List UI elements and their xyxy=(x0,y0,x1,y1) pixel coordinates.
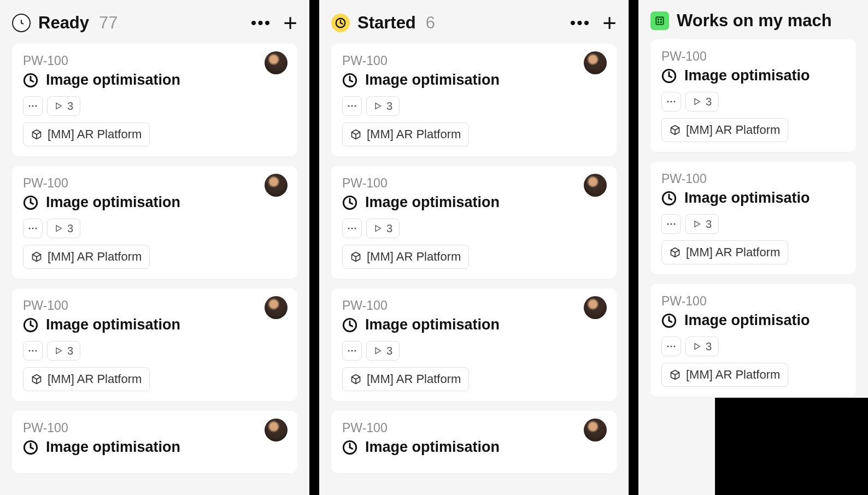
issue-card[interactable]: PW-100 Image optimisation 3 [MM] AR Plat… xyxy=(12,288,297,401)
issue-card[interactable]: PW-100 Image optimisation 3 xyxy=(12,44,297,156)
svg-point-44 xyxy=(351,227,353,229)
more-badge[interactable] xyxy=(23,219,43,238)
project-tag[interactable]: [MM] AR Platform xyxy=(661,240,788,264)
svg-point-68 xyxy=(670,101,672,102)
subtask-badge[interactable]: 3 xyxy=(685,92,719,111)
svg-marker-70 xyxy=(695,99,700,105)
subtask-badge[interactable]: 3 xyxy=(47,219,80,238)
clock-icon xyxy=(661,313,677,328)
issue-id: PW-100 xyxy=(342,421,606,435)
svg-point-61 xyxy=(661,19,662,20)
assignee-avatar[interactable] xyxy=(584,174,607,197)
project-tag-label: [MM] AR Platform xyxy=(686,368,780,382)
svg-marker-86 xyxy=(695,344,700,350)
assignee-avatar[interactable] xyxy=(265,419,288,441)
issue-card[interactable]: PW-100 Image optimisatio 3 [MM] AR Platf… xyxy=(650,284,856,397)
subtask-badge[interactable]: 3 xyxy=(685,337,719,356)
issue-card[interactable]: PW-100 Image optimisation 3 [MM] AR Plat… xyxy=(331,44,617,156)
project-tag[interactable]: [MM] AR Platform xyxy=(661,118,788,142)
svg-point-37 xyxy=(354,105,356,107)
subtask-badge[interactable]: 3 xyxy=(366,341,400,361)
project-tag-label: [MM] AR Platform xyxy=(686,123,780,137)
issue-card[interactable]: PW-100 Image optimisatio 3 [MM] AR Platf… xyxy=(650,162,856,274)
project-tag[interactable]: [MM] AR Platform xyxy=(342,367,469,391)
project-tag[interactable]: [MM] AR Platform xyxy=(342,122,469,146)
svg-marker-16 xyxy=(56,226,61,232)
more-badge[interactable] xyxy=(342,219,362,238)
column-menu-button[interactable]: ••• xyxy=(251,15,272,31)
issue-id: PW-100 xyxy=(661,172,845,186)
issue-title: Image optimisatio xyxy=(684,67,810,84)
svg-point-62 xyxy=(658,22,659,23)
column-menu-button[interactable]: ••• xyxy=(570,15,591,31)
more-badge[interactable] xyxy=(661,337,681,356)
svg-point-45 xyxy=(354,227,356,229)
column-works-on-my-machine: Works on my mach PW-100 Image optimisati… xyxy=(638,0,868,495)
subtask-badge[interactable]: 3 xyxy=(685,214,719,234)
more-badge[interactable] xyxy=(661,214,681,234)
assignee-avatar[interactable] xyxy=(265,51,288,74)
svg-point-75 xyxy=(667,223,668,225)
column-title: Works on my mach xyxy=(677,11,832,31)
issue-card[interactable]: PW-100 Image optimisation xyxy=(12,411,297,473)
project-tag[interactable]: [MM] AR Platform xyxy=(23,122,150,146)
more-badge[interactable] xyxy=(342,96,362,116)
subtask-count: 3 xyxy=(386,222,392,235)
svg-point-36 xyxy=(351,105,353,107)
add-card-button[interactable]: + xyxy=(283,11,297,35)
clock-icon xyxy=(342,73,357,88)
more-badge[interactable] xyxy=(661,92,681,111)
subtask-badge[interactable]: 3 xyxy=(366,96,400,116)
subtask-badge[interactable]: 3 xyxy=(47,341,80,361)
assignee-avatar[interactable] xyxy=(584,419,607,441)
subtask-badge[interactable]: 3 xyxy=(366,219,400,238)
more-badge[interactable] xyxy=(23,341,43,361)
more-badge[interactable] xyxy=(342,341,362,361)
svg-line-74 xyxy=(669,198,672,199)
assignee-avatar[interactable] xyxy=(584,51,607,74)
svg-point-52 xyxy=(351,350,353,351)
project-tag-label: [MM] AR Platform xyxy=(48,372,142,386)
project-tag[interactable]: [MM] AR Platform xyxy=(661,363,788,387)
issue-id: PW-100 xyxy=(23,298,286,313)
issue-card[interactable]: PW-100 Image optimisation 3 [MM] AR Plat… xyxy=(12,166,297,279)
issue-card[interactable]: PW-100 Image optimisation xyxy=(331,411,617,473)
assignee-avatar[interactable] xyxy=(265,174,288,197)
kanban-board: Ready 77 ••• + PW-100 Image optimisation xyxy=(0,0,868,495)
issue-id: PW-100 xyxy=(661,294,845,309)
issue-id: PW-100 xyxy=(23,54,286,68)
svg-line-31 xyxy=(341,23,343,24)
subtask-badge[interactable]: 3 xyxy=(47,96,80,116)
issue-card[interactable]: PW-100 Image optimisatio 3 [MM] AR Platf… xyxy=(650,39,856,152)
issue-card[interactable]: PW-100 Image optimisation 3 [MM] AR Plat… xyxy=(331,166,617,279)
assignee-avatar[interactable] xyxy=(265,296,288,319)
project-tag-label: [MM] AR Platform xyxy=(367,127,461,142)
clock-icon xyxy=(23,440,38,455)
more-badge[interactable] xyxy=(23,96,43,116)
clock-icon xyxy=(342,195,357,210)
issue-card[interactable]: PW-100 Image optimisation 3 [MM] AR Plat… xyxy=(331,288,617,401)
project-tag[interactable]: [MM] AR Platform xyxy=(23,367,150,391)
assignee-avatar[interactable] xyxy=(584,296,607,319)
subtask-count: 3 xyxy=(706,96,712,108)
add-card-button[interactable]: + xyxy=(602,11,617,35)
svg-point-43 xyxy=(348,227,349,229)
clock-icon xyxy=(342,317,357,333)
issue-id: PW-100 xyxy=(342,176,606,191)
project-tag-label: [MM] AR Platform xyxy=(367,372,461,386)
clock-icon xyxy=(23,73,38,88)
svg-point-6 xyxy=(32,105,33,107)
status-started-icon xyxy=(331,14,350,32)
issue-title: Image optimisation xyxy=(46,316,180,333)
card-list: PW-100 Image optimisation 3 xyxy=(0,40,309,485)
svg-point-85 xyxy=(673,345,675,347)
issue-title: Image optimisation xyxy=(46,439,180,456)
svg-point-83 xyxy=(667,345,668,347)
project-tag[interactable]: [MM] AR Platform xyxy=(342,245,469,269)
column-title: Ready xyxy=(38,13,89,33)
project-tag[interactable]: [MM] AR Platform xyxy=(23,245,150,269)
svg-line-1 xyxy=(21,23,23,24)
subtask-count: 3 xyxy=(67,222,73,235)
svg-marker-38 xyxy=(376,103,380,109)
svg-point-76 xyxy=(670,223,672,225)
